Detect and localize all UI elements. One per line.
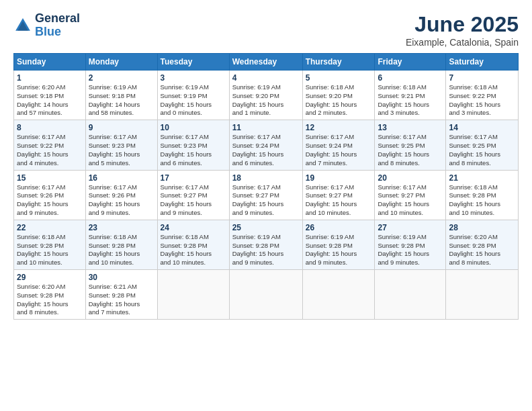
calendar-week-4: 22Sunrise: 6:18 AM Sunset: 9:28 PM Dayli…: [14, 220, 519, 269]
logo-line1: General: [35, 12, 80, 26]
day-info: Sunrise: 6:18 AM Sunset: 9:20 PM Dayligh…: [306, 83, 372, 118]
main-title: June 2025: [406, 12, 519, 37]
day-number: 12: [306, 123, 372, 132]
day-number: 21: [449, 173, 515, 183]
calendar-cell: 8Sunrise: 6:17 AM Sunset: 9:22 PM Daylig…: [14, 120, 86, 170]
day-info: Sunrise: 6:21 AM Sunset: 9:28 PM Dayligh…: [89, 283, 154, 317]
day-number: 20: [378, 173, 443, 183]
calendar-week-3: 15Sunrise: 6:17 AM Sunset: 9:26 PM Dayli…: [14, 170, 519, 220]
day-info: Sunrise: 6:17 AM Sunset: 9:26 PM Dayligh…: [17, 183, 83, 218]
day-number: 11: [232, 123, 300, 132]
day-info: Sunrise: 6:19 AM Sunset: 9:28 PM Dayligh…: [232, 233, 300, 267]
calendar-cell: [157, 270, 229, 320]
calendar-cell: 30Sunrise: 6:21 AM Sunset: 9:28 PM Dayli…: [85, 270, 157, 320]
day-info: Sunrise: 6:17 AM Sunset: 9:23 PM Dayligh…: [161, 133, 226, 167]
day-info: Sunrise: 6:17 AM Sunset: 9:22 PM Dayligh…: [17, 133, 83, 167]
day-info: Sunrise: 6:17 AM Sunset: 9:24 PM Dayligh…: [306, 133, 372, 167]
day-number: 6: [378, 73, 443, 83]
day-info: Sunrise: 6:19 AM Sunset: 9:19 PM Dayligh…: [161, 83, 226, 118]
calendar-cell: 25Sunrise: 6:19 AM Sunset: 9:28 PM Dayli…: [229, 220, 302, 269]
calendar-cell: 12Sunrise: 6:17 AM Sunset: 9:24 PM Dayli…: [302, 120, 375, 170]
day-number: 10: [161, 123, 226, 132]
day-info: Sunrise: 6:17 AM Sunset: 9:23 PM Dayligh…: [89, 133, 154, 167]
calendar-cell: [446, 270, 519, 320]
day-info: Sunrise: 6:19 AM Sunset: 9:28 PM Dayligh…: [306, 233, 372, 267]
header-friday: Friday: [375, 54, 446, 71]
calendar-cell: 3Sunrise: 6:19 AM Sunset: 9:19 PM Daylig…: [157, 71, 229, 120]
calendar-cell: 9Sunrise: 6:17 AM Sunset: 9:23 PM Daylig…: [85, 120, 157, 170]
day-number: 13: [378, 123, 443, 132]
header-thursday: Thursday: [302, 54, 375, 71]
day-info: Sunrise: 6:18 AM Sunset: 9:21 PM Dayligh…: [378, 83, 443, 118]
day-number: 18: [232, 173, 300, 183]
calendar-cell: 5Sunrise: 6:18 AM Sunset: 9:20 PM Daylig…: [302, 71, 375, 120]
day-number: 8: [17, 123, 83, 132]
logo-icon: [13, 16, 32, 35]
day-number: 24: [161, 223, 226, 232]
header-monday: Monday: [85, 54, 157, 71]
page: General Blue June 2025 Eixample, Catalon…: [0, 0, 532, 411]
calendar-cell: 14Sunrise: 6:17 AM Sunset: 9:25 PM Dayli…: [446, 120, 519, 170]
subtitle: Eixample, Catalonia, Spain: [406, 37, 519, 48]
day-number: 2: [89, 73, 154, 83]
calendar-cell: [229, 270, 302, 320]
calendar-cell: 20Sunrise: 6:17 AM Sunset: 9:27 PM Dayli…: [375, 170, 446, 220]
calendar-cell: 16Sunrise: 6:17 AM Sunset: 9:26 PM Dayli…: [85, 170, 157, 220]
calendar-cell: 7Sunrise: 6:18 AM Sunset: 9:22 PM Daylig…: [446, 71, 519, 120]
day-number: 19: [306, 173, 372, 183]
day-info: Sunrise: 6:18 AM Sunset: 9:28 PM Dayligh…: [449, 183, 515, 218]
day-number: 7: [449, 73, 515, 83]
calendar-cell: 1Sunrise: 6:20 AM Sunset: 9:18 PM Daylig…: [14, 71, 86, 120]
calendar-week-1: 1Sunrise: 6:20 AM Sunset: 9:18 PM Daylig…: [14, 71, 519, 120]
day-info: Sunrise: 6:17 AM Sunset: 9:26 PM Dayligh…: [89, 183, 154, 218]
calendar-cell: 29Sunrise: 6:20 AM Sunset: 9:28 PM Dayli…: [14, 270, 86, 320]
day-info: Sunrise: 6:17 AM Sunset: 9:27 PM Dayligh…: [378, 183, 443, 218]
calendar-cell: 22Sunrise: 6:18 AM Sunset: 9:28 PM Dayli…: [14, 220, 86, 269]
day-info: Sunrise: 6:18 AM Sunset: 9:28 PM Dayligh…: [161, 233, 226, 267]
day-info: Sunrise: 6:18 AM Sunset: 9:22 PM Dayligh…: [449, 83, 515, 118]
calendar-cell: 6Sunrise: 6:18 AM Sunset: 9:21 PM Daylig…: [375, 71, 446, 120]
header-tuesday: Tuesday: [157, 54, 229, 71]
day-number: 22: [17, 223, 83, 232]
calendar-cell: 18Sunrise: 6:17 AM Sunset: 9:27 PM Dayli…: [229, 170, 302, 220]
day-number: 16: [89, 173, 154, 183]
day-info: Sunrise: 6:19 AM Sunset: 9:28 PM Dayligh…: [378, 233, 443, 267]
calendar-cell: 21Sunrise: 6:18 AM Sunset: 9:28 PM Dayli…: [446, 170, 519, 220]
day-info: Sunrise: 6:17 AM Sunset: 9:27 PM Dayligh…: [232, 183, 300, 218]
header-saturday: Saturday: [446, 54, 519, 71]
day-info: Sunrise: 6:17 AM Sunset: 9:25 PM Dayligh…: [378, 133, 443, 167]
calendar-cell: 17Sunrise: 6:17 AM Sunset: 9:27 PM Dayli…: [157, 170, 229, 220]
calendar-cell: 11Sunrise: 6:17 AM Sunset: 9:24 PM Dayli…: [229, 120, 302, 170]
calendar-cell: 27Sunrise: 6:19 AM Sunset: 9:28 PM Dayli…: [375, 220, 446, 269]
calendar-cell: 24Sunrise: 6:18 AM Sunset: 9:28 PM Dayli…: [157, 220, 229, 269]
day-info: Sunrise: 6:17 AM Sunset: 9:27 PM Dayligh…: [306, 183, 372, 218]
day-number: 1: [17, 73, 83, 83]
day-number: 26: [306, 223, 372, 232]
calendar-header-row: Sunday Monday Tuesday Wednesday Thursday…: [14, 54, 519, 71]
calendar-cell: 10Sunrise: 6:17 AM Sunset: 9:23 PM Dayli…: [157, 120, 229, 170]
calendar-week-2: 8Sunrise: 6:17 AM Sunset: 9:22 PM Daylig…: [14, 120, 519, 170]
calendar-cell: 19Sunrise: 6:17 AM Sunset: 9:27 PM Dayli…: [302, 170, 375, 220]
day-info: Sunrise: 6:20 AM Sunset: 9:28 PM Dayligh…: [17, 283, 83, 317]
day-number: 14: [449, 123, 515, 132]
day-info: Sunrise: 6:19 AM Sunset: 9:18 PM Dayligh…: [89, 83, 154, 118]
title-block: June 2025 Eixample, Catalonia, Spain: [406, 12, 519, 48]
logo: General Blue: [13, 12, 80, 39]
day-number: 17: [161, 173, 226, 183]
day-info: Sunrise: 6:17 AM Sunset: 9:27 PM Dayligh…: [161, 183, 226, 218]
logo-line2: Blue: [35, 26, 80, 39]
day-info: Sunrise: 6:20 AM Sunset: 9:28 PM Dayligh…: [449, 233, 515, 267]
day-number: 3: [161, 73, 226, 83]
day-number: 4: [232, 73, 300, 83]
day-info: Sunrise: 6:19 AM Sunset: 9:20 PM Dayligh…: [232, 83, 300, 118]
day-number: 28: [449, 223, 515, 232]
day-number: 30: [89, 273, 154, 282]
day-number: 27: [378, 223, 443, 232]
calendar-cell: 23Sunrise: 6:18 AM Sunset: 9:28 PM Dayli…: [85, 220, 157, 269]
day-number: 25: [232, 223, 300, 232]
calendar: Sunday Monday Tuesday Wednesday Thursday…: [13, 53, 519, 320]
day-info: Sunrise: 6:17 AM Sunset: 9:25 PM Dayligh…: [449, 133, 515, 167]
calendar-cell: [302, 270, 375, 320]
calendar-cell: [375, 270, 446, 320]
day-info: Sunrise: 6:18 AM Sunset: 9:28 PM Dayligh…: [17, 233, 83, 267]
